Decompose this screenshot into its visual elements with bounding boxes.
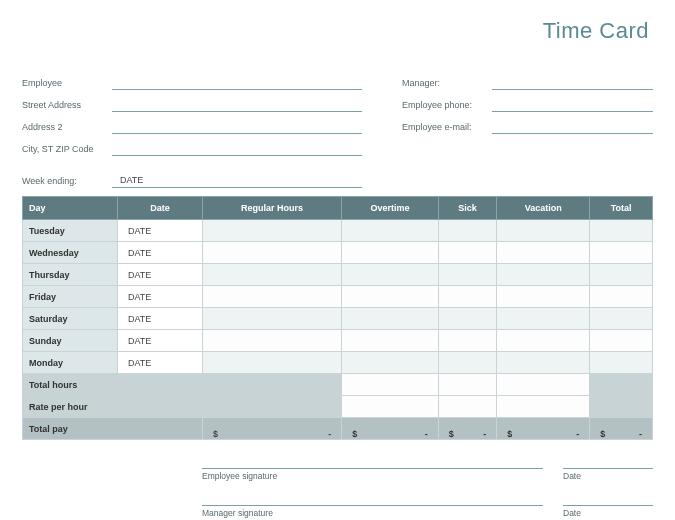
cell-sick[interactable]: [438, 242, 497, 264]
cell-date[interactable]: DATE: [118, 242, 203, 264]
summary-label: Rate per hour: [23, 396, 203, 418]
summary-cell[interactable]: [203, 396, 342, 418]
summary-row-rate: Rate per hour: [23, 396, 653, 418]
cell-overtime[interactable]: [342, 308, 439, 330]
time-card-table: Day Date Regular Hours Overtime Sick Vac…: [22, 196, 653, 440]
summary-cell[interactable]: [497, 396, 590, 418]
cell-total: [590, 352, 653, 374]
cell-total: [590, 286, 653, 308]
label-city: City, ST ZIP Code: [22, 144, 112, 156]
input-week-ending[interactable]: DATE: [112, 174, 362, 188]
cell-vacation[interactable]: [497, 242, 590, 264]
signature-area: Employee signature Date Manager signatur…: [22, 468, 653, 518]
cell-regular[interactable]: [203, 264, 342, 286]
th-sick: Sick: [438, 197, 497, 220]
th-day: Day: [23, 197, 118, 220]
summary-label: Total pay: [23, 418, 203, 440]
cell-day: Wednesday: [23, 242, 118, 264]
page-title: Time Card: [22, 18, 653, 44]
cell-overtime[interactable]: [342, 330, 439, 352]
cell-sick[interactable]: [438, 308, 497, 330]
cell-overtime[interactable]: [342, 242, 439, 264]
label-email: Employee e-mail:: [402, 122, 492, 134]
cell-vacation[interactable]: [497, 220, 590, 242]
label-manager: Manager:: [402, 78, 492, 90]
cell-sick[interactable]: [438, 220, 497, 242]
summary-cell[interactable]: [342, 396, 439, 418]
cell-sick[interactable]: [438, 330, 497, 352]
cell-date[interactable]: DATE: [118, 286, 203, 308]
manager-signature-date[interactable]: Date: [563, 505, 653, 518]
summary-cell: [590, 374, 653, 396]
cell-regular[interactable]: [203, 308, 342, 330]
cell-overtime[interactable]: [342, 264, 439, 286]
cell-date[interactable]: DATE: [118, 352, 203, 374]
cell-date[interactable]: DATE: [118, 264, 203, 286]
header-fields: Employee Street Address Address 2 City, …: [22, 68, 653, 156]
input-phone[interactable]: [492, 98, 653, 112]
table-row: WednesdayDATE: [23, 242, 653, 264]
summary-label: Total hours: [23, 374, 203, 396]
pay-cell: $-: [342, 418, 439, 440]
cell-vacation[interactable]: [497, 352, 590, 374]
cell-day: Saturday: [23, 308, 118, 330]
input-address2[interactable]: [112, 120, 362, 134]
employee-signature-line[interactable]: Employee signature: [202, 468, 543, 481]
label-employee: Employee: [22, 78, 112, 90]
pay-cell: $-: [203, 418, 342, 440]
cell-day: Friday: [23, 286, 118, 308]
cell-day: Sunday: [23, 330, 118, 352]
cell-overtime[interactable]: [342, 352, 439, 374]
cell-total: [590, 308, 653, 330]
cell-overtime[interactable]: [342, 286, 439, 308]
label-street: Street Address: [22, 100, 112, 112]
cell-total: [590, 264, 653, 286]
table-row: TuesdayDATE: [23, 220, 653, 242]
input-street[interactable]: [112, 98, 362, 112]
cell-vacation[interactable]: [497, 330, 590, 352]
cell-sick[interactable]: [438, 264, 497, 286]
table-row: MondayDATE: [23, 352, 653, 374]
input-employee[interactable]: [112, 76, 362, 90]
input-email[interactable]: [492, 120, 653, 134]
cell-date[interactable]: DATE: [118, 308, 203, 330]
cell-regular[interactable]: [203, 242, 342, 264]
cell-vacation[interactable]: [497, 286, 590, 308]
cell-overtime[interactable]: [342, 220, 439, 242]
cell-total: [590, 330, 653, 352]
cell-total: [590, 220, 653, 242]
summary-cell: [497, 374, 590, 396]
summary-cell: [438, 374, 497, 396]
pay-cell: $-: [438, 418, 497, 440]
manager-signature-line[interactable]: Manager signature: [202, 505, 543, 518]
cell-vacation[interactable]: [497, 264, 590, 286]
input-manager[interactable]: [492, 76, 653, 90]
cell-regular[interactable]: [203, 330, 342, 352]
cell-date[interactable]: DATE: [118, 220, 203, 242]
cell-regular[interactable]: [203, 220, 342, 242]
cell-day: Monday: [23, 352, 118, 374]
cell-sick[interactable]: [438, 352, 497, 374]
th-date: Date: [118, 197, 203, 220]
cell-sick[interactable]: [438, 286, 497, 308]
summary-cell[interactable]: [438, 396, 497, 418]
th-overtime: Overtime: [342, 197, 439, 220]
cell-day: Tuesday: [23, 220, 118, 242]
th-total: Total: [590, 197, 653, 220]
table-row: SaturdayDATE: [23, 308, 653, 330]
cell-total: [590, 242, 653, 264]
table-row: SundayDATE: [23, 330, 653, 352]
summary-cell: [342, 374, 439, 396]
table-row: ThursdayDATE: [23, 264, 653, 286]
table-row: FridayDATE: [23, 286, 653, 308]
cell-date[interactable]: DATE: [118, 330, 203, 352]
pay-cell: $-: [590, 418, 653, 440]
label-week-ending: Week ending:: [22, 176, 112, 188]
summary-cell: [590, 396, 653, 418]
employee-signature-date[interactable]: Date: [563, 468, 653, 481]
cell-regular[interactable]: [203, 352, 342, 374]
pay-cell: $-: [497, 418, 590, 440]
cell-regular[interactable]: [203, 286, 342, 308]
input-city[interactable]: [112, 142, 362, 156]
cell-vacation[interactable]: [497, 308, 590, 330]
